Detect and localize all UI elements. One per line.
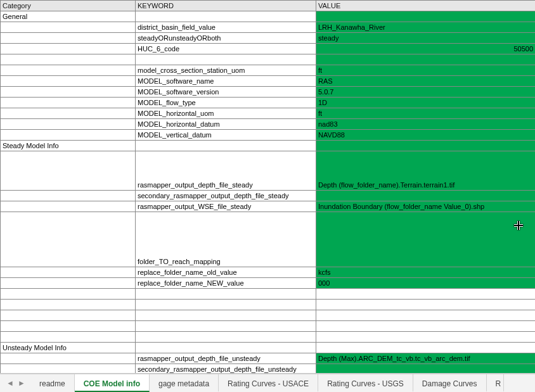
cell-category[interactable]: Unsteady Model Info — [1, 343, 136, 353]
cell-category[interactable] — [1, 76, 136, 87]
sheet-tab[interactable]: Rating Curves - USACE — [219, 374, 318, 392]
cell-keyword[interactable]: district_basin_field_value — [136, 22, 316, 33]
cell-keyword[interactable]: secondary_rasmapper_output_depth_file_un… — [136, 364, 316, 374]
cell-category[interactable] — [1, 267, 136, 278]
cell-value[interactable]: steady — [316, 33, 536, 44]
cell-keyword[interactable]: rasmapper_output_depth_file_steady — [136, 151, 316, 191]
cell-keyword[interactable] — [136, 141, 316, 151]
cell-value[interactable] — [316, 141, 536, 151]
cell-keyword[interactable] — [136, 11, 316, 22]
cell-keyword[interactable]: model_cross_section_station_uom — [136, 65, 316, 76]
cell-keyword[interactable]: replace_folder_name_NEW_value — [136, 278, 316, 289]
cell-keyword[interactable]: MODEL_horizontal_uom — [136, 108, 316, 119]
cell-value[interactable]: Inundation Boundary (flow_folder_name Va… — [316, 201, 536, 212]
cell-value[interactable] — [316, 310, 536, 321]
sheet-tab[interactable]: R — [487, 374, 505, 392]
tab-nav-prev-icon[interactable]: ◄ — [6, 379, 13, 388]
cell-category[interactable]: General — [1, 11, 136, 22]
cell-keyword[interactable]: folder_TO_reach_mapping — [136, 212, 316, 267]
cell-value[interactable]: LRH_Kanawha_River — [316, 22, 536, 33]
header-value: VALUE — [316, 1, 536, 11]
cell-value[interactable] — [316, 212, 536, 267]
cell-keyword[interactable]: MODEL_software_version — [136, 87, 316, 98]
cell-keyword[interactable] — [136, 332, 316, 343]
tab-nav-next-icon[interactable]: ► — [18, 379, 24, 388]
cell-category[interactable] — [1, 54, 136, 65]
cell-keyword[interactable]: MODEL_flow_type — [136, 98, 316, 108]
cell-keyword[interactable]: MODEL_horizontal_datum — [136, 119, 316, 130]
sheet-tab-bar: ◄ ► readmeCOE Model infogage metadataRat… — [0, 374, 535, 392]
cell-keyword[interactable]: rasmapper_output_depth_file_unsteady — [136, 353, 316, 364]
cell-category[interactable] — [1, 151, 136, 191]
cell-category[interactable] — [1, 108, 136, 119]
cell-value[interactable]: Depth (flow_folder_name).Terrain.terrain… — [316, 151, 536, 191]
cell-category[interactable] — [1, 212, 136, 267]
cell-value[interactable]: 000 — [316, 278, 536, 289]
cell-value[interactable]: 5.0.7 — [316, 87, 536, 98]
cell-category[interactable] — [1, 191, 136, 201]
cell-category[interactable] — [1, 278, 136, 289]
cell-keyword[interactable]: steadyORunsteadyORboth — [136, 33, 316, 44]
cell-category[interactable] — [1, 364, 136, 374]
cell-value[interactable] — [316, 11, 536, 22]
cell-keyword[interactable]: MODEL_vertical_datum — [136, 130, 316, 141]
cell-category[interactable] — [1, 119, 136, 130]
cell-value[interactable] — [316, 321, 536, 332]
cell-category[interactable] — [1, 44, 136, 54]
header-category: Category — [1, 1, 136, 11]
cell-keyword[interactable]: MODEL_software_name — [136, 76, 316, 87]
cell-keyword[interactable]: rasmapper_output_WSE_file_steady — [136, 201, 316, 212]
cell-keyword[interactable] — [136, 54, 316, 65]
cell-category[interactable] — [1, 33, 136, 44]
cell-value[interactable] — [316, 191, 536, 201]
cell-category[interactable] — [1, 98, 136, 108]
cell-value[interactable] — [316, 300, 536, 310]
cell-value[interactable]: ft — [316, 65, 536, 76]
cell-category[interactable] — [1, 321, 136, 332]
cell-value[interactable]: RAS — [316, 76, 536, 87]
cell-value[interactable]: 1D — [316, 98, 536, 108]
cell-category[interactable] — [1, 289, 136, 300]
cell-category[interactable] — [1, 332, 136, 343]
cell-category[interactable] — [1, 300, 136, 310]
cell-keyword[interactable]: HUC_6_code — [136, 44, 316, 54]
sheet-tab[interactable]: gage metadata — [150, 374, 219, 392]
cell-keyword[interactable]: secondary_rasmapper_output_depth_file_st… — [136, 191, 316, 201]
cell-keyword[interactable] — [136, 310, 316, 321]
cell-category[interactable] — [1, 65, 136, 76]
cell-value[interactable] — [316, 332, 536, 343]
cell-value[interactable] — [316, 343, 536, 353]
cell-value[interactable]: Depth (Max).ARC_DEM_tc_vb.tc_vb_arc_dem.… — [316, 353, 536, 364]
cell-value[interactable]: NAVD88 — [316, 130, 536, 141]
tab-nav-arrows[interactable]: ◄ ► — [0, 379, 30, 388]
cell-keyword[interactable] — [136, 289, 316, 300]
sheet-tab[interactable]: Damage Curves — [413, 374, 487, 392]
cell-keyword[interactable] — [136, 343, 316, 353]
spreadsheet-grid[interactable]: CategoryKEYWORDVALUEGeneraldistrict_basi… — [0, 0, 535, 374]
cell-category[interactable] — [1, 353, 136, 364]
cell-category[interactable] — [1, 87, 136, 98]
cell-category[interactable] — [1, 310, 136, 321]
sheet-tab[interactable]: COE Model info — [75, 374, 150, 392]
header-keyword: KEYWORD — [136, 1, 316, 11]
cell-value[interactable] — [316, 364, 536, 374]
cell-keyword[interactable]: replace_folder_name_old_value — [136, 267, 316, 278]
cell-value[interactable]: ft — [316, 108, 536, 119]
sheet-tab[interactable]: readme — [30, 374, 75, 392]
cell-category[interactable] — [1, 22, 136, 33]
sheet-tab[interactable]: Rating Curves - USGS — [318, 374, 413, 392]
cell-category[interactable] — [1, 201, 136, 212]
cell-value[interactable] — [316, 54, 536, 65]
cell-keyword[interactable] — [136, 300, 316, 310]
cell-keyword[interactable] — [136, 321, 316, 332]
cell-value[interactable] — [316, 289, 536, 300]
cell-category[interactable]: Steady Model Info — [1, 141, 136, 151]
cell-value[interactable]: nad83 — [316, 119, 536, 130]
cell-category[interactable] — [1, 130, 136, 141]
cell-value[interactable]: 50500 — [316, 44, 536, 54]
cell-value[interactable]: kcfs — [316, 267, 536, 278]
